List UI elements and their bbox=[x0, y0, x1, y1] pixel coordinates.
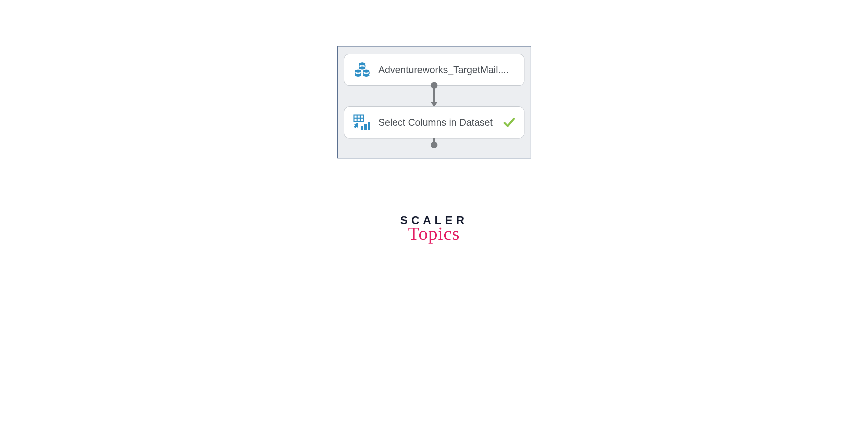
select-columns-node-label: Select Columns in Dataset bbox=[378, 117, 496, 128]
select-columns-node[interactable]: Select Columns in Dataset bbox=[344, 106, 525, 139]
svg-rect-18 bbox=[368, 122, 370, 130]
output-port[interactable] bbox=[431, 142, 437, 148]
pipeline-canvas[interactable]: Adventureworks_TargetMail.... bbox=[337, 46, 531, 159]
dataset-node-label: Adventureworks_TargetMail.... bbox=[378, 64, 515, 76]
watermark-line2: Topics bbox=[400, 224, 468, 243]
status-success-icon bbox=[503, 116, 515, 129]
svg-point-8 bbox=[363, 73, 370, 77]
dataset-icon bbox=[353, 61, 371, 78]
watermark: SCALER Topics bbox=[400, 215, 468, 243]
svg-point-5 bbox=[354, 73, 362, 77]
connector bbox=[344, 86, 525, 106]
dataset-node[interactable]: Adventureworks_TargetMail.... bbox=[344, 54, 525, 86]
svg-rect-16 bbox=[361, 126, 363, 130]
svg-rect-17 bbox=[364, 124, 367, 130]
transform-icon bbox=[353, 114, 371, 131]
